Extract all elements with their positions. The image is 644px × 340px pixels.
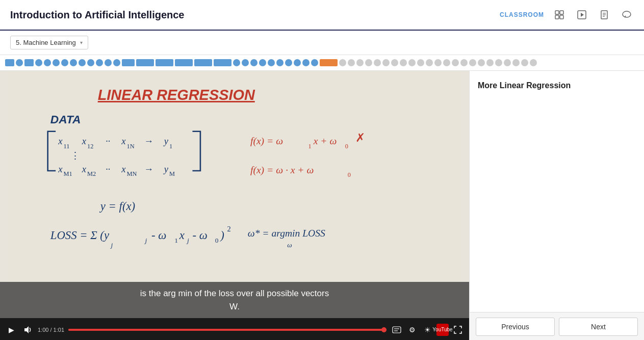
progress-item[interactable] bbox=[214, 59, 231, 66]
svg-text:x: x bbox=[82, 136, 87, 146]
subtitle-overlay: is the arg min of the loss over all poss… bbox=[0, 282, 469, 318]
progress-item[interactable] bbox=[311, 59, 318, 66]
time-display: 1:00 / 1:01 bbox=[38, 327, 64, 333]
progress-item[interactable] bbox=[79, 59, 86, 66]
progress-item[interactable] bbox=[478, 59, 485, 66]
play-video-icon[interactable] bbox=[575, 8, 589, 22]
svg-rect-3 bbox=[560, 15, 563, 19]
svg-text:f(x) = ω · x + ω: f(x) = ω · x + ω bbox=[250, 165, 314, 176]
progress-item[interactable] bbox=[452, 59, 459, 66]
progress-item[interactable] bbox=[250, 59, 257, 66]
svg-text:y: y bbox=[163, 164, 169, 174]
page-title: Introduction to Artificial Intelligence bbox=[10, 9, 185, 21]
svg-text:✗: ✗ bbox=[355, 132, 365, 144]
document-icon[interactable] bbox=[597, 8, 611, 22]
svg-text:x: x bbox=[179, 229, 185, 242]
svg-text:- ω: - ω bbox=[192, 229, 207, 242]
progress-item[interactable] bbox=[486, 59, 494, 66]
progress-item[interactable] bbox=[460, 59, 468, 66]
svg-text:→: → bbox=[144, 164, 154, 174]
svg-text:x: x bbox=[58, 136, 63, 146]
progress-item[interactable] bbox=[268, 59, 275, 66]
svg-text:⋮: ⋮ bbox=[70, 150, 80, 161]
progress-item[interactable] bbox=[495, 59, 502, 66]
progress-item[interactable] bbox=[434, 59, 442, 66]
progress-item[interactable] bbox=[70, 59, 77, 66]
svg-text:f(x) = ω: f(x) = ω bbox=[250, 136, 283, 147]
svg-rect-11 bbox=[8, 71, 460, 318]
progress-item[interactable] bbox=[242, 59, 249, 66]
brightness-button[interactable]: ☀ bbox=[421, 324, 433, 336]
progress-item[interactable] bbox=[276, 59, 284, 66]
progress-item[interactable] bbox=[105, 59, 112, 66]
svg-text:x: x bbox=[58, 164, 63, 174]
chapter-dropdown[interactable]: 5. Machine Learning ▾ bbox=[10, 36, 88, 49]
progress-item[interactable] bbox=[504, 59, 511, 66]
svg-text:M2: M2 bbox=[87, 170, 96, 177]
progress-item[interactable] bbox=[113, 59, 120, 66]
progress-item[interactable] bbox=[96, 59, 103, 66]
progress-item[interactable] bbox=[365, 59, 372, 66]
subtitle-text-line1: is the arg min of the loss over all poss… bbox=[140, 289, 329, 298]
progress-item[interactable] bbox=[16, 59, 23, 66]
volume-button[interactable] bbox=[21, 324, 34, 336]
next-button[interactable]: Next bbox=[559, 318, 638, 336]
progress-item[interactable] bbox=[408, 59, 416, 66]
progress-item[interactable] bbox=[391, 59, 398, 66]
progress-item[interactable] bbox=[44, 59, 51, 66]
progress-item[interactable] bbox=[443, 59, 450, 66]
progress-bar[interactable] bbox=[0, 55, 644, 71]
top-bar: Introduction to Artificial Intelligence … bbox=[0, 0, 644, 31]
video-progress-track[interactable] bbox=[68, 329, 387, 331]
progress-item[interactable] bbox=[382, 59, 390, 66]
progress-item[interactable] bbox=[417, 59, 424, 66]
settings-button[interactable]: ⚙ bbox=[406, 324, 418, 336]
progress-item[interactable] bbox=[302, 59, 310, 66]
svg-text:→: → bbox=[144, 136, 154, 146]
progress-item-active[interactable] bbox=[320, 59, 338, 66]
svg-text:x: x bbox=[82, 164, 87, 174]
progress-item[interactable] bbox=[339, 59, 346, 66]
svg-text:0: 0 bbox=[345, 143, 348, 150]
fullscreen-button[interactable] bbox=[452, 324, 464, 336]
progress-item[interactable] bbox=[175, 59, 193, 66]
progress-item[interactable] bbox=[87, 59, 94, 66]
play-button[interactable]: ▶ bbox=[5, 324, 17, 336]
progress-item[interactable] bbox=[426, 59, 433, 66]
progress-item[interactable] bbox=[156, 59, 173, 66]
svg-text:2: 2 bbox=[227, 225, 231, 233]
progress-item[interactable] bbox=[374, 59, 381, 66]
svg-text:0: 0 bbox=[215, 237, 219, 244]
main-content: LINEAR REGRESSION DATA x 11 x 12 ·· x 1N bbox=[0, 71, 644, 340]
grid-icon[interactable] bbox=[552, 8, 566, 22]
progress-item[interactable] bbox=[400, 59, 407, 66]
progress-item[interactable] bbox=[35, 59, 42, 66]
progress-item[interactable] bbox=[356, 59, 364, 66]
progress-item[interactable] bbox=[53, 59, 60, 66]
right-controls: ⚙ ☀ YouTube bbox=[391, 324, 464, 336]
video-progress-thumb bbox=[381, 327, 387, 332]
progress-item[interactable] bbox=[259, 59, 266, 66]
progress-item[interactable] bbox=[469, 59, 476, 66]
top-bar-actions: CLASSROOM bbox=[500, 8, 634, 22]
progress-item[interactable] bbox=[285, 59, 292, 66]
youtube-logo[interactable]: YouTube bbox=[436, 324, 449, 336]
progress-item[interactable] bbox=[122, 59, 135, 66]
progress-item[interactable] bbox=[5, 59, 14, 66]
captions-button[interactable] bbox=[391, 324, 403, 336]
progress-item[interactable] bbox=[521, 59, 528, 66]
subtitle-text-line2: W. bbox=[229, 302, 240, 311]
progress-item[interactable] bbox=[512, 59, 520, 66]
progress-item[interactable] bbox=[61, 59, 68, 66]
progress-item[interactable] bbox=[24, 59, 34, 66]
progress-item[interactable] bbox=[530, 59, 537, 66]
classroom-label: CLASSROOM bbox=[500, 11, 544, 18]
svg-text:1N: 1N bbox=[126, 143, 134, 150]
progress-item[interactable] bbox=[348, 59, 355, 66]
progress-item[interactable] bbox=[194, 59, 212, 66]
previous-button[interactable]: Previous bbox=[476, 318, 555, 336]
progress-item[interactable] bbox=[136, 59, 154, 66]
progress-item[interactable] bbox=[233, 59, 240, 66]
chat-icon[interactable] bbox=[620, 8, 634, 22]
progress-item[interactable] bbox=[294, 59, 301, 66]
